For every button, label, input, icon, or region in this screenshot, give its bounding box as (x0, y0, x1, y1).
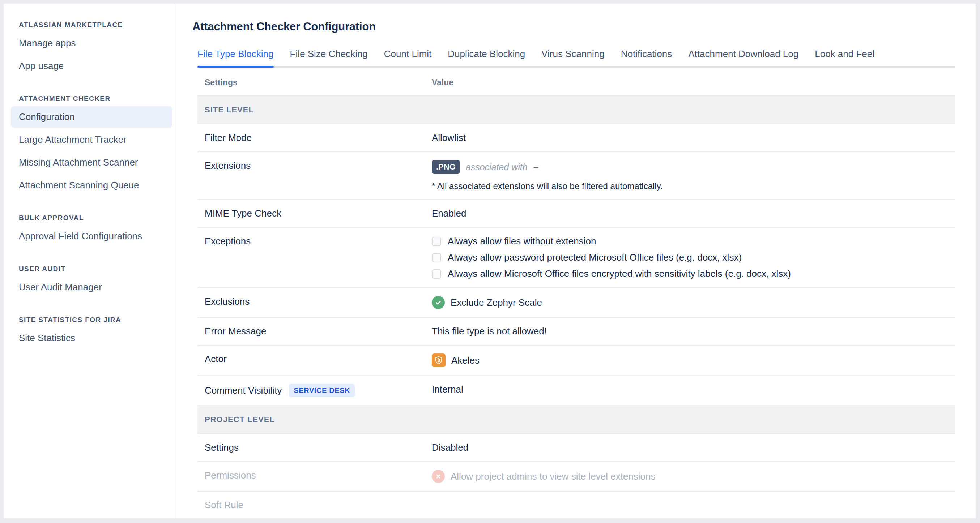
sidebar-heading-attachment-checker: ATTACHMENT CHECKER (19, 95, 172, 103)
section-row-site-level: SITE LEVEL (197, 96, 955, 124)
checkbox-allow-password-protected-office-files[interactable] (432, 253, 441, 262)
checkbox-label: Always allow files without extension (448, 236, 596, 247)
error-message-value: This file type is not allowed! (432, 317, 955, 345)
comment-visibility-label: Comment Visibility (205, 385, 282, 396)
sidebar-item-approval-field-configurations[interactable]: Approval Field Configurations (11, 226, 172, 247)
tab-notifications[interactable]: Notifications (621, 48, 672, 66)
column-header-settings: Settings (197, 68, 432, 96)
sidebar-item-missing-attachment-scanner[interactable]: Missing Attachment Scanner (11, 152, 172, 173)
sidebar-heading-atlassian-marketplace: ATLASSIAN MARKETPLACE (19, 21, 172, 29)
sidebar-item-app-usage[interactable]: App usage (11, 55, 172, 76)
column-header-value: Value (432, 68, 955, 96)
sidebar-item-large-attachment-tracker[interactable]: Large Attachment Tracker (11, 129, 172, 150)
sidebar-section-marketplace: ATLASSIAN MARKETPLACE Manage apps App us… (11, 21, 172, 76)
tab-count-limit[interactable]: Count Limit (384, 48, 432, 66)
checkbox-label: Always allow Microsoft Office files encr… (448, 268, 791, 280)
filter-mode-label: Filter Mode (197, 124, 432, 152)
sidebar-section-user-audit: USER AUDIT User Audit Manager (11, 265, 172, 298)
table-row: Error Message This file type is not allo… (197, 317, 955, 345)
exclusions-text: Exclude Zephyr Scale (450, 297, 542, 308)
tab-duplicate-blocking[interactable]: Duplicate Blocking (448, 48, 525, 66)
sidebar-heading-bulk-approval: BULK APPROVAL (19, 214, 172, 222)
tab-look-and-feel[interactable]: Look and Feel (815, 48, 874, 66)
sidebar-item-attachment-scanning-queue[interactable]: Attachment Scanning Queue (11, 175, 172, 196)
associated-with-value: – (533, 162, 538, 173)
project-level-section-header: PROJECT LEVEL (197, 405, 955, 434)
extension-badge: .PNG (432, 160, 460, 174)
extensions-note: * All associated extensions will also be… (432, 181, 955, 191)
sidebar-item-configuration[interactable]: Configuration (11, 106, 172, 127)
soft-rule-value (432, 491, 955, 519)
table-row: MIME Type Check Enabled (197, 200, 955, 227)
table-row: Filter Mode Allowlist (197, 124, 955, 152)
sidebar-item-manage-apps[interactable]: Manage apps (11, 33, 172, 54)
table-row: Exclusions Exclude Zephyr Scale (197, 288, 955, 317)
table-row: Settings Disabled (197, 434, 955, 461)
sidebar-heading-user-audit: USER AUDIT (19, 265, 172, 273)
configuration-table: Settings Value SITE LEVEL Filter Mode Al… (197, 68, 955, 519)
mime-type-check-label: MIME Type Check (197, 200, 432, 227)
tab-file-size-checking[interactable]: File Size Checking (290, 48, 368, 66)
actor-name: Akeles (451, 355, 479, 366)
tab-file-type-blocking[interactable]: File Type Blocking (197, 48, 274, 66)
exceptions-label: Exceptions (197, 227, 432, 288)
extensions-label: Extensions (197, 152, 432, 200)
permissions-text: Allow project admins to view site level … (450, 471, 655, 482)
check-circle-icon (432, 296, 445, 309)
comment-visibility-label-cell: Comment Visibility SERVICE DESK (197, 375, 432, 405)
sidebar-item-user-audit-manager[interactable]: User Audit Manager (11, 277, 172, 298)
app-window: ATLASSIAN MARKETPLACE Manage apps App us… (4, 4, 976, 518)
sidebar-section-attachment-checker: ATTACHMENT CHECKER Configuration Large A… (11, 95, 172, 196)
actor-label: Actor (197, 345, 432, 375)
permissions-value: Allow project admins to view site level … (432, 461, 955, 491)
associated-with-text: associated with (466, 162, 528, 172)
shield-paperclip-icon (432, 353, 445, 367)
section-row-project-level: PROJECT LEVEL (197, 405, 955, 434)
sidebar-section-bulk-approval: BULK APPROVAL Approval Field Configurati… (11, 214, 172, 247)
x-circle-icon (432, 470, 445, 483)
tab-bar: File Type Blocking File Size Checking Co… (197, 48, 955, 68)
admin-sidebar: ATLASSIAN MARKETPLACE Manage apps App us… (4, 4, 177, 518)
permissions-label: Permissions (197, 461, 432, 491)
project-settings-label: Settings (197, 434, 432, 461)
tab-attachment-download-log[interactable]: Attachment Download Log (688, 48, 799, 66)
exceptions-value: Always allow files without extension Alw… (432, 227, 955, 288)
mime-type-check-value: Enabled (432, 200, 955, 227)
comment-visibility-value: Internal (432, 375, 955, 405)
checkbox-label: Always allow password protected Microsof… (448, 252, 742, 263)
table-row: Actor Akeles (197, 345, 955, 375)
exclusions-label: Exclusions (197, 288, 432, 317)
main-content: Attachment Checker Configuration File Ty… (177, 4, 976, 518)
actor-value: Akeles (432, 345, 955, 375)
table-header-row: Settings Value (197, 68, 955, 96)
tab-virus-scanning[interactable]: Virus Scanning (541, 48, 604, 66)
filter-mode-value: Allowlist (432, 124, 955, 152)
sidebar-section-site-statistics: SITE STATISTICS FOR JIRA Site Statistics (11, 316, 172, 349)
table-row: Extensions .PNG associated with – * All … (197, 152, 955, 200)
table-row: Soft Rule (197, 491, 955, 519)
exclusions-value: Exclude Zephyr Scale (432, 288, 955, 317)
error-message-label: Error Message (197, 317, 432, 345)
extensions-value: .PNG associated with – * All associated … (432, 152, 955, 200)
checkbox-allow-sensitivity-label-office-files[interactable] (432, 269, 441, 279)
table-row: Comment Visibility SERVICE DESK Internal (197, 375, 955, 405)
checkbox-allow-files-without-extension[interactable] (432, 237, 441, 246)
page-title: Attachment Checker Configuration (192, 20, 955, 33)
project-settings-value: Disabled (432, 434, 955, 461)
table-row: Exceptions Always allow files without ex… (197, 227, 955, 288)
table-row: Permissions Allow project admins to view… (197, 461, 955, 491)
sidebar-heading-site-statistics-for-jira: SITE STATISTICS FOR JIRA (19, 316, 172, 324)
soft-rule-label: Soft Rule (197, 491, 432, 519)
sidebar-item-site-statistics[interactable]: Site Statistics (11, 327, 172, 349)
service-desk-badge: SERVICE DESK (289, 384, 355, 397)
site-level-section-header: SITE LEVEL (197, 96, 955, 124)
